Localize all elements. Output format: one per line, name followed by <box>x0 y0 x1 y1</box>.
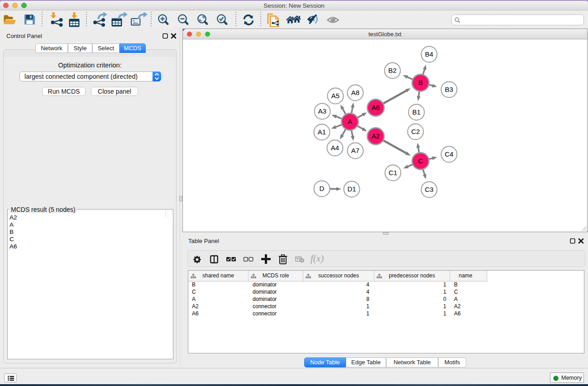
svg-text:C2: C2 <box>411 128 420 135</box>
svg-text:D: D <box>320 185 325 192</box>
svg-text:B3: B3 <box>445 86 453 93</box>
svg-text:C3: C3 <box>425 186 433 193</box>
svg-text:A3: A3 <box>318 107 326 115</box>
svg-text:C4: C4 <box>445 150 453 158</box>
svg-text:A6: A6 <box>372 104 380 111</box>
svg-text:C: C <box>418 157 423 165</box>
svg-text:B2: B2 <box>388 67 397 74</box>
svg-text:B1: B1 <box>412 108 421 116</box>
svg-text:D1: D1 <box>347 185 356 193</box>
svg-text:C1: C1 <box>388 169 397 176</box>
svg-text:A1: A1 <box>318 128 326 136</box>
svg-text:A4: A4 <box>331 144 339 152</box>
svg-text:B4: B4 <box>425 50 433 58</box>
svg-text:A8: A8 <box>351 89 359 96</box>
svg-text:A2: A2 <box>372 132 380 140</box>
svg-text:A5: A5 <box>331 92 339 100</box>
svg-text:A7: A7 <box>351 147 359 154</box>
svg-text:A: A <box>348 118 352 125</box>
svg-text:B: B <box>418 79 423 86</box>
